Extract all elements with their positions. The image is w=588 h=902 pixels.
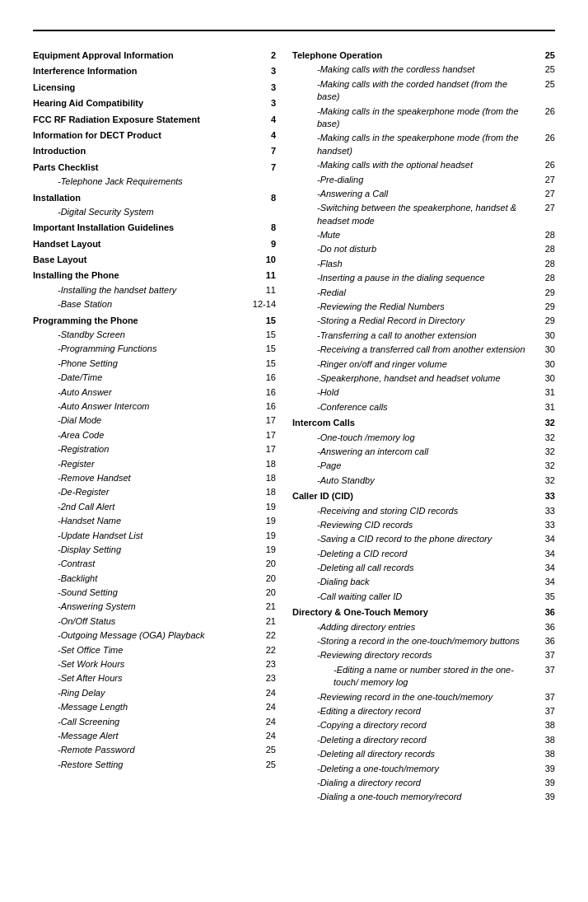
toc-item-label: -Phone Setting (58, 358, 250, 370)
page: Equipment Approval Information2Interfere… (0, 0, 588, 902)
toc-item: -Date/Time16 (33, 372, 276, 384)
toc-item: -Dial Mode17 (33, 414, 276, 427)
toc-item-page: 32 (532, 446, 555, 458)
toc-item: -Set Work Hours23 (33, 658, 276, 671)
toc-item-page: 25 (253, 744, 276, 756)
toc-item: -Installing the handset battery11 (33, 284, 276, 297)
toc-item-page: 26 (532, 159, 555, 171)
toc-item: -Adding directory entries36 (292, 621, 555, 633)
toc-item-page: 35 (532, 591, 555, 603)
toc-item-label: Important Installation Guidelines (33, 222, 250, 234)
toc-item-label: -Inserting a pause in the dialing sequen… (317, 272, 529, 284)
toc-item-page: 36 (532, 621, 555, 633)
toc-item-label: Telephone Operation (292, 49, 529, 62)
toc-item-label: -Speakerphone, handset and headset volum… (317, 372, 529, 385)
toc-item-label: -Making calls in the speakerphone mode (… (317, 132, 529, 157)
toc-item: -Remove Handset18 (33, 472, 276, 484)
toc-item-label: -Reviewing directory records (317, 649, 529, 661)
toc-item-page: 11 (253, 284, 276, 297)
toc-item: Caller ID (CID)33 (292, 490, 555, 502)
toc-item: -Area Code17 (33, 429, 276, 442)
toc-item-page: 25 (532, 49, 555, 62)
toc-item-page: 25 (532, 78, 555, 91)
toc-item: -Page32 (292, 460, 555, 472)
toc-item-label: Hearing Aid Compatibility (33, 97, 250, 110)
toc-item-page: 28 (532, 243, 555, 255)
toc-item: -Ringer on/off and ringer volume30 (292, 358, 555, 371)
toc-item-label: -Do not disturb (317, 243, 529, 255)
toc-item: -Receiving and storing CID records33 (292, 505, 555, 517)
toc-item-label: -Sound Setting (58, 587, 250, 599)
toc-item-label: -Set Work Hours (58, 658, 250, 671)
toc-item-page: 37 (532, 649, 555, 661)
toc-item-page: 30 (532, 358, 555, 371)
toc-item-page: 9 (253, 238, 276, 250)
toc-item: -Dialing a one-touch memory/record39 (292, 791, 555, 803)
toc-item-label: -Message Length (58, 701, 250, 713)
toc-item-label: -Dialing a directory record (317, 777, 529, 789)
toc-item-label: -Deleting a directory record (317, 734, 529, 746)
toc-item: Installation8 (33, 192, 276, 204)
toc-item: -Switching between the speakerphone, han… (292, 202, 555, 227)
toc-item-label: -Reviewing the Redial Numbers (317, 301, 529, 313)
toc-item-label: -Ringer on/off and ringer volume (317, 358, 529, 371)
toc-item: Important Installation Guidelines8 (33, 222, 276, 234)
toc-item: -Storing a record in the one-touch/memor… (292, 635, 555, 647)
toc-item-label: -Editing a name or number stored in the … (334, 664, 529, 689)
toc-item: -Auto Answer16 (33, 386, 276, 399)
toc-item-label: -One-touch /memory log (317, 432, 529, 444)
toc-item: -Backlight20 (33, 573, 276, 585)
toc-item-page: 32 (532, 460, 555, 472)
toc-item-label: Equipment Approval Information (33, 49, 250, 62)
toc-item-page: 24 (253, 701, 276, 713)
toc-item: -Answering a Call27 (292, 188, 555, 200)
toc-item: -Hold31 (292, 386, 555, 399)
toc-item-label: -Registration (58, 443, 250, 456)
toc-item-label: Interference Information (33, 65, 250, 77)
toc-item-label: -Telephone Jack Requirements (58, 175, 276, 188)
toc-item-label: -Auto Answer Intercom (58, 400, 250, 413)
toc-item: -Editing a name or number stored in the … (292, 664, 555, 689)
toc-item-label: -Area Code (58, 429, 250, 442)
toc-item-label: -Hold (317, 386, 529, 399)
toc-title (33, 25, 555, 31)
toc-item: FCC RF Radiation Exposure Statement4 (33, 114, 276, 126)
toc-item-page: 15 (253, 343, 276, 355)
toc-item-label: -Editing a directory record (317, 705, 529, 717)
toc-item: -Call Screening24 (33, 716, 276, 728)
toc-item-label: -Installing the handset battery (58, 284, 250, 297)
toc-item-label: -Display Setting (58, 544, 250, 556)
toc-item: -Reviewing the Redial Numbers29 (292, 301, 555, 313)
toc-item-page: 11 (253, 269, 276, 282)
toc-item-label: -Register (58, 458, 250, 470)
toc-item-label: -Call waiting caller ID (317, 591, 529, 603)
toc-item-page: 29 (532, 287, 555, 299)
toc-item-page: 2 (253, 49, 276, 62)
toc-item-label: Handset Layout (33, 238, 250, 250)
toc-item: Hearing Aid Compatibility3 (33, 97, 276, 110)
toc-item: Installing the Phone11 (33, 269, 276, 282)
toc-item-page: 33 (532, 505, 555, 517)
toc-item-page: 27 (532, 188, 555, 200)
toc-item: -Speakerphone, handset and headset volum… (292, 372, 555, 385)
toc-item: Telephone Operation25 (292, 49, 555, 62)
toc-item: -Deleting a directory record38 (292, 734, 555, 746)
toc-item-label: -Adding directory entries (317, 621, 529, 633)
toc-item-page: 30 (532, 344, 555, 356)
toc-item-page: 10 (253, 254, 276, 266)
toc-item: -Deleting all call records34 (292, 562, 555, 574)
toc-item-label: -Set Office Time (58, 644, 250, 657)
toc-item-label: -Copying a directory record (317, 719, 529, 731)
toc-item-page: 37 (532, 705, 555, 717)
toc-item: -Standby Screen15 (33, 329, 276, 341)
toc-item-page: 39 (532, 791, 555, 803)
toc-item-label: -Programming Functions (58, 343, 250, 355)
toc-item-page: 27 (532, 202, 555, 214)
toc-item-label: -Dial Mode (58, 414, 250, 427)
toc-item-page: 29 (532, 301, 555, 313)
toc-item-label: -Standby Screen (58, 329, 250, 341)
toc-item-page: 7 (253, 161, 276, 174)
toc-item-page: 24 (253, 687, 276, 699)
toc-item: -Telephone Jack Requirements (33, 175, 276, 188)
toc-item-label: -Deleting a one-touch/memory (317, 763, 529, 775)
